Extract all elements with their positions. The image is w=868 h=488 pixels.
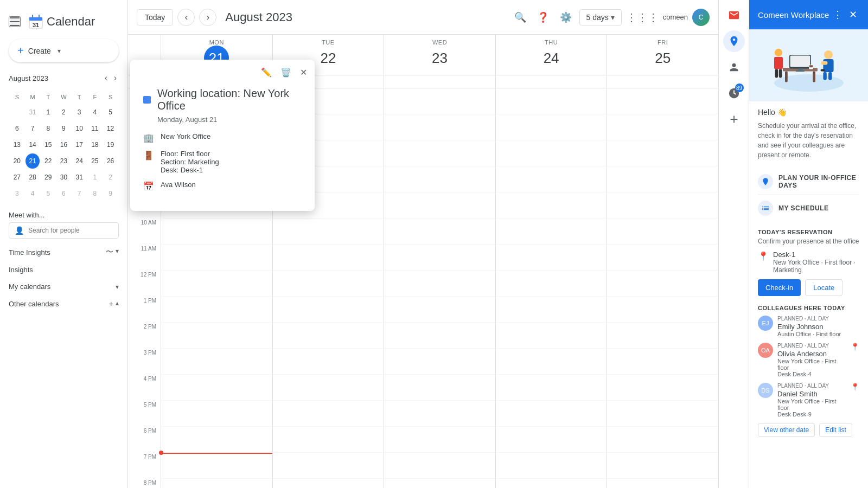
user-avatar[interactable]: C <box>692 9 710 26</box>
mini-cal-day[interactable]: 4 <box>88 105 103 120</box>
help-button[interactable]: ❓ <box>534 8 552 27</box>
edit-event-button[interactable]: ✏️ <box>258 64 275 81</box>
hour-cell[interactable] <box>384 245 495 271</box>
mini-cal-day[interactable]: 2 <box>56 105 71 120</box>
mini-cal-day[interactable]: 5 <box>103 105 118 120</box>
mini-cal-day[interactable]: 3 <box>72 105 87 120</box>
mini-cal-day[interactable]: 23 <box>56 153 71 169</box>
insights-label[interactable]: Insights <box>9 266 119 274</box>
mini-cal-day[interactable]: 8 <box>41 121 55 136</box>
hour-cell[interactable] <box>495 297 607 323</box>
hour-cell[interactable] <box>607 166 718 192</box>
mini-cal-day[interactable]: 11 <box>88 121 103 136</box>
hour-cell[interactable] <box>384 297 495 323</box>
hour-cell[interactable] <box>161 219 272 245</box>
mini-cal-day[interactable]: 13 <box>10 137 24 152</box>
hour-cell[interactable] <box>161 245 272 271</box>
hour-cell[interactable] <box>272 323 384 349</box>
hour-cell[interactable] <box>495 375 607 401</box>
hour-cell[interactable] <box>495 349 607 375</box>
mini-cal-day[interactable]: 1 <box>88 170 103 185</box>
hour-cell[interactable] <box>607 349 718 375</box>
delete-event-button[interactable]: 🗑️ <box>277 64 295 81</box>
mini-cal-day[interactable]: 26 <box>103 153 118 169</box>
hour-cell[interactable] <box>495 114 607 140</box>
hour-cell[interactable] <box>495 245 607 271</box>
time-insights-section[interactable]: Time Insights 〜 ▾ <box>0 243 127 261</box>
mini-cal-day[interactable]: 27 <box>10 170 24 185</box>
hour-cell[interactable] <box>495 88 607 114</box>
search-people-input[interactable]: 👤 <box>9 222 119 239</box>
hour-cell[interactable] <box>272 245 384 271</box>
hour-cell[interactable] <box>607 427 718 453</box>
hour-cell[interactable] <box>161 271 272 297</box>
create-button[interactable]: + Create ▾ <box>9 39 119 62</box>
hour-cell[interactable] <box>607 219 718 245</box>
hour-cell[interactable] <box>607 271 718 297</box>
mini-cal-day[interactable]: 16 <box>56 137 71 152</box>
hour-cell[interactable] <box>495 140 607 166</box>
hour-cell[interactable] <box>384 349 495 375</box>
hour-cell[interactable] <box>272 271 384 297</box>
hour-cell[interactable] <box>272 375 384 401</box>
mini-cal-day[interactable]: 20 <box>10 153 24 169</box>
hour-cell[interactable] <box>607 192 718 219</box>
hour-cell[interactable] <box>384 192 495 219</box>
mini-cal-day[interactable]: 15 <box>41 137 55 152</box>
mini-cal-day[interactable]: 28 <box>25 170 40 185</box>
hour-cell[interactable] <box>607 401 718 427</box>
hour-cell[interactable] <box>272 349 384 375</box>
plan-office-button[interactable]: PLAN YOUR IN-OFFICE DAYS <box>758 169 859 195</box>
day-num-wed[interactable]: 23 <box>427 46 452 70</box>
next-button[interactable]: › <box>199 9 216 26</box>
hour-cell[interactable] <box>384 114 495 140</box>
my-schedule-button[interactable]: MY SCHEDULE <box>758 195 859 221</box>
comeen-more-button[interactable]: ⋮ <box>831 7 845 23</box>
hour-cell[interactable] <box>607 323 718 349</box>
hour-cell[interactable] <box>384 427 495 453</box>
hour-cell[interactable] <box>607 88 718 114</box>
day-num-thu[interactable]: 24 <box>539 46 564 70</box>
hour-cell[interactable] <box>607 297 718 323</box>
hour-cell[interactable] <box>607 140 718 166</box>
mini-cal-day[interactable] <box>10 105 24 120</box>
panel-icon-comeen[interactable] <box>723 30 745 52</box>
hour-cell[interactable] <box>161 297 272 323</box>
close-popup-button[interactable]: ✕ <box>297 64 310 81</box>
mini-cal-day[interactable]: 29 <box>41 170 55 185</box>
mini-cal-day[interactable]: 9 <box>56 121 71 136</box>
locate-button[interactable]: Locate <box>805 279 843 296</box>
menu-button[interactable] <box>9 16 21 27</box>
hour-cell[interactable] <box>272 401 384 427</box>
mini-cal-day[interactable]: 17 <box>72 137 87 152</box>
mini-cal-day[interactable]: 6 <box>10 121 24 136</box>
hour-cell[interactable] <box>607 245 718 271</box>
mini-cal-day[interactable]: 9 <box>103 186 118 201</box>
comeen-close-button[interactable]: ✕ <box>847 7 859 23</box>
panel-icon-add[interactable] <box>723 108 745 130</box>
mini-cal-day[interactable]: 7 <box>72 186 87 201</box>
checkin-button[interactable]: Check-in <box>758 279 801 296</box>
hour-cell[interactable] <box>161 453 272 479</box>
hour-cell[interactable] <box>384 219 495 245</box>
settings-button[interactable]: ⚙️ <box>557 8 575 27</box>
day-num-tue[interactable]: 22 <box>316 46 341 70</box>
hour-cell[interactable] <box>272 219 384 245</box>
day-num-fri[interactable]: 25 <box>650 46 675 70</box>
other-calendars-section[interactable]: Other calendars + ▴ <box>0 295 127 312</box>
hour-cell[interactable] <box>384 401 495 427</box>
hour-cell[interactable] <box>495 401 607 427</box>
hour-cell[interactable] <box>384 375 495 401</box>
hour-cell[interactable] <box>607 114 718 140</box>
hour-cell[interactable] <box>272 453 384 479</box>
hour-cell[interactable] <box>161 401 272 427</box>
hour-cell[interactable] <box>161 323 272 349</box>
mini-cal-prev-button[interactable]: ‹ <box>103 71 110 85</box>
mini-cal-day[interactable]: 24 <box>72 153 87 169</box>
prev-button[interactable]: ‹ <box>177 9 195 26</box>
view-other-date-button[interactable]: View other date <box>758 423 815 437</box>
search-people-field[interactable] <box>28 227 113 234</box>
hour-cell[interactable] <box>272 297 384 323</box>
mini-cal-day[interactable]: 8 <box>88 186 103 201</box>
mini-cal-day[interactable]: 30 <box>56 170 71 185</box>
